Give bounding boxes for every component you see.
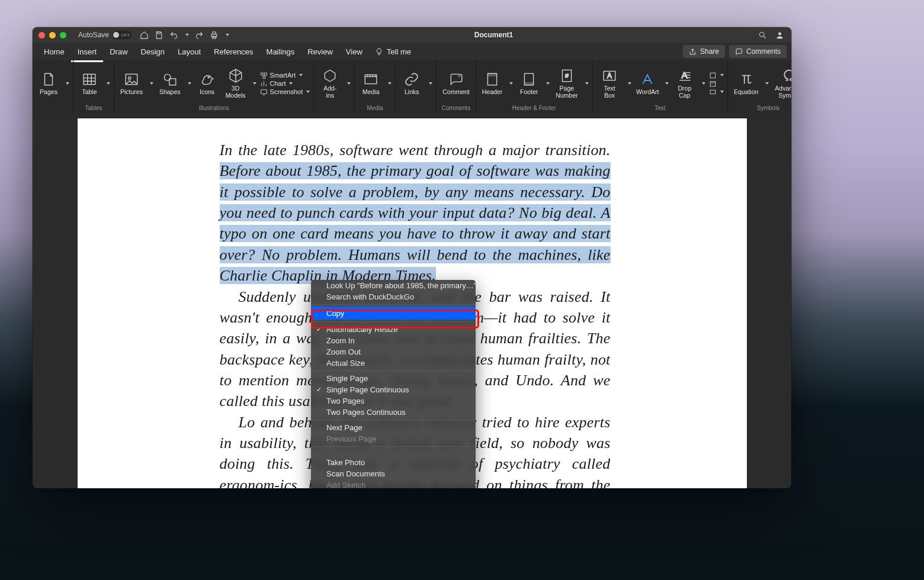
- chevron-down-icon[interactable]: [188, 82, 191, 85]
- autosave-control[interactable]: AutoSave OFF: [78, 31, 131, 39]
- menu-scan-documents[interactable]: Scan Documents: [311, 468, 476, 479]
- smartart-button[interactable]: SmartArt: [260, 72, 310, 79]
- chevron-down-icon[interactable]: [628, 82, 631, 85]
- tab-view[interactable]: View: [339, 43, 369, 60]
- chevron-down-icon[interactable]: [546, 82, 550, 85]
- links-button[interactable]: Links: [399, 70, 424, 96]
- chevron-down-icon[interactable]: [253, 82, 256, 85]
- table-button[interactable]: Table: [77, 70, 102, 96]
- menu-device-header: [311, 449, 476, 457]
- textbox-button[interactable]: AText Box: [596, 67, 623, 100]
- chart-button[interactable]: Chart: [260, 80, 310, 88]
- menu-search-ddg[interactable]: Search with DuckDuckGo: [311, 291, 476, 302]
- addins-button[interactable]: Add-ins: [317, 67, 342, 100]
- picture-icon: [124, 72, 139, 87]
- minimize-window-button[interactable]: [49, 32, 56, 38]
- tab-review[interactable]: Review: [301, 43, 339, 60]
- zoom-window-button[interactable]: [60, 32, 66, 38]
- chevron-down-icon: [306, 91, 310, 93]
- menu-take-photo[interactable]: Take Photo: [311, 457, 476, 468]
- equation-button[interactable]: Equation: [732, 70, 761, 96]
- search-icon[interactable]: [758, 31, 767, 40]
- comments-button[interactable]: Comments: [729, 45, 787, 58]
- menu-zoom-out[interactable]: Zoom Out: [311, 346, 476, 357]
- chevron-down-icon[interactable]: [347, 82, 351, 85]
- tab-design[interactable]: Design: [134, 43, 171, 60]
- svg-rect-27: [710, 81, 716, 86]
- chevron-down-icon[interactable]: [429, 82, 432, 85]
- chevron-down-icon[interactable]: [509, 82, 513, 85]
- symbol-button[interactable]: Advanced Symbol: [772, 67, 791, 100]
- shapes-button[interactable]: Shapes: [157, 70, 183, 96]
- menu-two-continuous[interactable]: Two Pages Continuous: [311, 407, 476, 418]
- text-extra-1[interactable]: [709, 72, 724, 79]
- tell-me[interactable]: Tell me: [369, 47, 417, 56]
- menu-single-continuous[interactable]: Single Page Continuous: [311, 384, 476, 395]
- account-icon[interactable]: [775, 31, 784, 40]
- group-pages: Pages: [33, 60, 73, 114]
- menu-copy[interactable]: Copy: [311, 307, 476, 320]
- date-icon: [709, 80, 717, 88]
- shapes-icon: [162, 72, 178, 87]
- dropcap-icon: A: [677, 68, 692, 83]
- svg-rect-26: [710, 73, 716, 78]
- 3d-models-button[interactable]: 3D Models: [223, 67, 248, 100]
- tab-draw[interactable]: Draw: [103, 43, 134, 60]
- menu-two-pages[interactable]: Two Pages: [311, 395, 476, 407]
- text-extra-2[interactable]: [709, 80, 724, 88]
- header-button[interactable]: Header: [480, 70, 505, 96]
- svg-point-7: [129, 77, 131, 79]
- chevron-down-icon[interactable]: [388, 82, 392, 85]
- tab-references[interactable]: References: [207, 43, 259, 60]
- comment-button[interactable]: Comment: [440, 70, 472, 96]
- textbox-icon: A: [602, 68, 617, 83]
- wordart-button[interactable]: WordArt: [635, 70, 660, 96]
- text-selection: Before about 1985, the primary goal of s…: [220, 162, 611, 284]
- menu-auto-resize[interactable]: Automatically Resize: [311, 324, 476, 335]
- header-icon: [485, 72, 500, 87]
- tab-mailings[interactable]: Mailings: [260, 43, 301, 60]
- menu-actual-size[interactable]: Actual Size: [311, 357, 476, 369]
- chevron-down-icon[interactable]: [585, 82, 589, 85]
- tab-home[interactable]: Home: [37, 43, 71, 60]
- undo-dropdown-icon[interactable]: [185, 34, 189, 36]
- text-extra-3[interactable]: [709, 88, 724, 96]
- menu-zoom-in[interactable]: Zoom In: [311, 335, 476, 346]
- home-icon[interactable]: [140, 31, 149, 40]
- footer-button[interactable]: Footer: [516, 70, 541, 96]
- menu-lookup[interactable]: Look Up "Before about 1985, the primary……: [311, 280, 476, 291]
- chevron-down-icon[interactable]: [665, 82, 669, 85]
- dropcap-button[interactable]: ADrop Cap: [672, 67, 697, 100]
- footer-icon: [521, 72, 537, 87]
- tab-layout[interactable]: Layout: [171, 43, 207, 60]
- save-icon[interactable]: [155, 31, 163, 40]
- chevron-down-icon[interactable]: [765, 82, 769, 85]
- titlebar: AutoSave OFF Document1: [33, 27, 791, 43]
- pictures-button[interactable]: Pictures: [118, 70, 145, 96]
- menu-next-page[interactable]: Next Page: [311, 422, 476, 433]
- redo-icon[interactable]: [195, 31, 204, 40]
- share-button[interactable]: Share: [683, 45, 725, 58]
- undo-icon[interactable]: [169, 31, 178, 40]
- svg-marker-15: [325, 70, 335, 82]
- media-icon: [363, 72, 378, 87]
- pages-button[interactable]: Pages: [36, 70, 61, 96]
- chevron-down-icon[interactable]: [66, 82, 69, 85]
- comments-icon: [735, 48, 743, 56]
- chevron-down-icon[interactable]: [702, 82, 705, 85]
- page-number-button[interactable]: #Page Number: [553, 67, 580, 100]
- screenshot-button[interactable]: Screenshot: [260, 88, 310, 96]
- media-button[interactable]: Media: [358, 70, 383, 96]
- icons-button[interactable]: Icons: [195, 70, 220, 96]
- close-window-button[interactable]: [38, 32, 45, 38]
- page-icon: [41, 72, 56, 87]
- tab-insert[interactable]: Insert: [71, 41, 104, 62]
- chevron-down-icon[interactable]: [107, 82, 110, 85]
- print-icon[interactable]: [210, 31, 219, 40]
- menu-single-page[interactable]: Single Page: [311, 373, 476, 384]
- chevron-down-icon[interactable]: [150, 82, 153, 85]
- chart-icon: [260, 80, 268, 88]
- autosave-switch-off[interactable]: OFF: [113, 31, 131, 39]
- group-header-footer: Header Footer #Page Number Header & Foot…: [476, 60, 593, 114]
- svg-rect-5: [84, 74, 95, 84]
